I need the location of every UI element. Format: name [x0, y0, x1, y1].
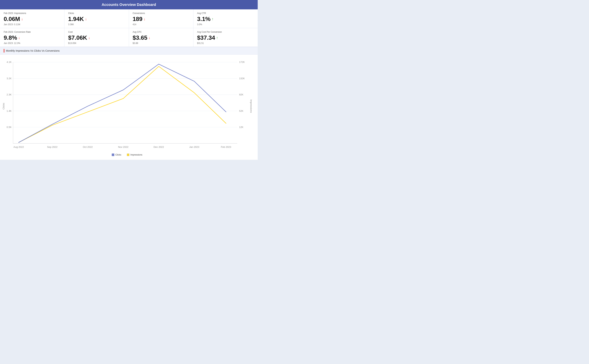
- metrics-row-1: Feb 2023: Impressions 0.06M ↓ Jan 2023: …: [0, 9, 258, 28]
- metric-card-clicks: Clicks 1.94K ↓ 3.36K: [64, 9, 129, 28]
- chart-title-bar: Monthly Impressions Vs Clicks Vs Convers…: [0, 47, 258, 55]
- chart-title-accent: [4, 49, 4, 52]
- arrow-down-avg-cpc: ↓: [148, 36, 150, 40]
- svg-text:3.2K: 3.2K: [7, 77, 12, 80]
- metric-label-impressions: Feb 2023: Impressions: [4, 12, 60, 14]
- metric-value-row-conversion-rate: 9.8% ↓: [4, 34, 60, 41]
- metric-card-avg-cost-per-conversion: Avg Cost Per Conversion $37.34 ↑ $31.51: [194, 28, 258, 47]
- svg-text:Sep 2022: Sep 2022: [47, 146, 57, 148]
- svg-text:Feb 2023: Feb 2023: [221, 146, 231, 148]
- arrow-down-conversions: ↓: [144, 17, 145, 21]
- metric-value-row-avg-cost-per-conversion: $37.34 ↑: [197, 34, 254, 41]
- svg-text:2.3K: 2.3K: [7, 93, 12, 96]
- metric-prev-clicks: 3.36K: [68, 23, 125, 26]
- arrow-down-cost: ↓: [88, 36, 90, 40]
- metric-value-row-avg-cpc: $3.65 ↓: [133, 34, 190, 41]
- svg-text:Clicks: Clicks: [2, 103, 5, 109]
- metric-value-row-impressions: 0.06M ↓: [4, 16, 60, 22]
- metric-label-clicks: Clicks: [68, 12, 125, 14]
- metric-card-impressions: Feb 2023: Impressions 0.06M ↓ Jan 2023: …: [0, 9, 64, 28]
- metric-prev-conversion-rate: Jan 2023: 12.3%: [4, 42, 60, 45]
- metric-card-avg-ctr: Avg CTR 3.1% ↑ 3.0%: [194, 9, 258, 28]
- svg-text:Aug 2022: Aug 2022: [13, 146, 24, 148]
- metric-label-avg-ctr: Avg CTR: [197, 12, 254, 14]
- metric-prev-avg-cost-per-conversion: $31.51: [197, 42, 254, 45]
- arrow-down-conversion-rate: ↓: [18, 36, 20, 40]
- arrow-up-avg-cost-per-conversion: ↑: [216, 36, 218, 40]
- svg-text:Dec 2022: Dec 2022: [154, 146, 164, 148]
- legend-label-impressions: Impressions: [130, 154, 142, 156]
- main-chart-svg: 4.1K 3.2K 2.3K 1.4K 0.5K 172K 132K 92K 5…: [2, 56, 252, 152]
- svg-text:Oct 2022: Oct 2022: [83, 146, 93, 148]
- svg-text:4.1K: 4.1K: [7, 61, 12, 63]
- arrow-down-impressions: ↓: [21, 17, 23, 21]
- metric-value-clicks: 1.94K: [68, 16, 84, 22]
- metric-card-avg-cpc: Avg CPC $3.65 ↓ $3.88: [129, 28, 194, 47]
- metric-label-conversions: Conversions: [133, 12, 190, 14]
- svg-text:172K: 172K: [239, 61, 245, 63]
- metric-card-conversions: Conversions 189 ↓ 414: [129, 9, 194, 28]
- svg-text:92K: 92K: [239, 93, 243, 96]
- svg-text:12K: 12K: [239, 126, 243, 129]
- metric-value-cost: $7.06K: [68, 34, 87, 41]
- metric-value-row-avg-ctr: 3.1% ↑: [197, 16, 254, 22]
- metric-label-conversion-rate: Feb 2023: Conversion Rate: [4, 31, 60, 33]
- svg-text:Jan 2023: Jan 2023: [189, 146, 199, 148]
- metric-prev-cost: $13.05K: [68, 42, 125, 45]
- metric-value-conversion-rate: 9.8%: [4, 34, 17, 41]
- legend-impressions: Impressions: [127, 154, 142, 156]
- metric-label-avg-cost-per-conversion: Avg Cost Per Conversion: [197, 31, 254, 33]
- legend-label-clicks: Clicks: [115, 154, 121, 156]
- metric-label-avg-cpc: Avg CPC: [133, 31, 190, 33]
- svg-text:52K: 52K: [239, 109, 243, 112]
- metric-value-impressions: 0.06M: [4, 16, 20, 22]
- clicks-line: [19, 64, 226, 143]
- metric-prev-avg-ctr: 3.0%: [197, 23, 254, 26]
- metric-label-cost: Cost: [68, 31, 125, 33]
- legend-clicks: Clicks: [112, 154, 121, 156]
- page-header: Accounts Overview Dashboard: [0, 0, 258, 9]
- metric-value-row-clicks: 1.94K ↓: [68, 16, 125, 22]
- svg-text:0.5K: 0.5K: [7, 126, 12, 129]
- chart-title: Monthly Impressions Vs Clicks Vs Convers…: [6, 49, 60, 52]
- chart-legend: Clicks Impressions: [2, 152, 252, 158]
- page-title: Accounts Overview Dashboard: [102, 3, 156, 6]
- svg-text:Impressions: Impressions: [250, 99, 252, 113]
- chart-area: 4.1K 3.2K 2.3K 1.4K 0.5K 172K 132K 92K 5…: [0, 55, 258, 160]
- metric-prev-conversions: 414: [133, 23, 190, 26]
- metric-value-avg-cpc: $3.65: [133, 34, 147, 41]
- metrics-row-2: Feb 2023: Conversion Rate 9.8% ↓ Jan 202…: [0, 28, 258, 47]
- chart-section: Monthly Impressions Vs Clicks Vs Convers…: [0, 47, 258, 160]
- metric-value-avg-cost-per-conversion: $37.34: [197, 34, 215, 41]
- legend-box-clicks: [112, 154, 114, 156]
- svg-text:132K: 132K: [239, 77, 245, 80]
- metric-card-cost: Cost $7.06K ↓ $13.05K: [64, 28, 129, 47]
- svg-text:1.4K: 1.4K: [7, 109, 12, 112]
- metric-value-row-cost: $7.06K ↓: [68, 34, 125, 41]
- metric-prev-avg-cpc: $3.88: [133, 42, 190, 45]
- metric-card-conversion-rate: Feb 2023: Conversion Rate 9.8% ↓ Jan 202…: [0, 28, 64, 47]
- legend-box-impressions: [127, 154, 129, 156]
- arrow-down-clicks: ↓: [85, 17, 87, 21]
- svg-text:Nov 2022: Nov 2022: [118, 146, 128, 148]
- metric-value-conversions: 189: [133, 16, 142, 22]
- metric-value-row-conversions: 189 ↓: [133, 16, 190, 22]
- impressions-line: [19, 66, 226, 143]
- arrow-up-avg-ctr: ↑: [212, 17, 214, 21]
- metric-value-avg-ctr: 3.1%: [197, 16, 211, 22]
- metric-prev-impressions: Jan 2023: 0.11M: [4, 23, 60, 26]
